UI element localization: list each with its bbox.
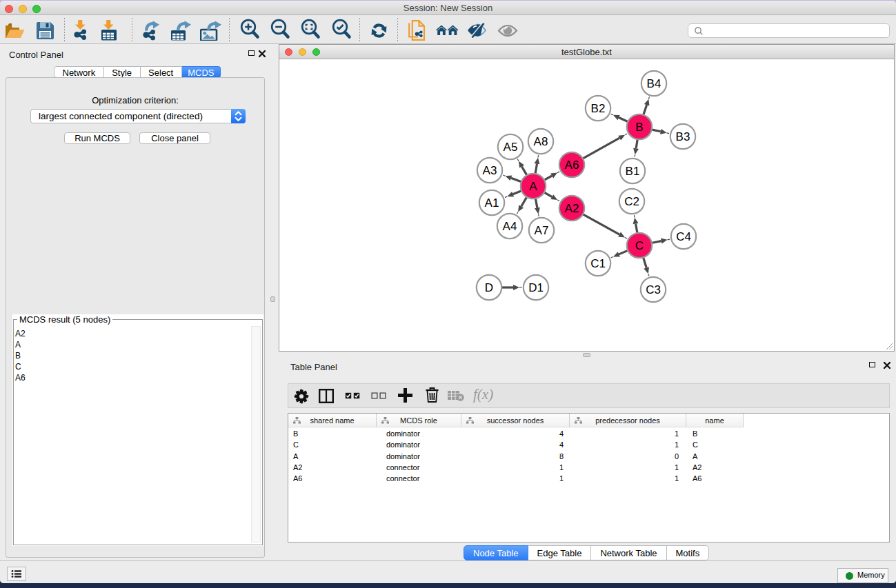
svg-text:B1: B1 bbox=[626, 165, 640, 178]
svg-text:A3: A3 bbox=[483, 164, 497, 177]
svg-text:B3: B3 bbox=[676, 130, 690, 143]
svg-text:D: D bbox=[485, 281, 493, 294]
svg-text:A7: A7 bbox=[535, 224, 549, 237]
svg-text:C4: C4 bbox=[676, 230, 691, 243]
svg-text:C2: C2 bbox=[624, 195, 639, 208]
svg-text:C: C bbox=[635, 239, 644, 252]
svg-text:D1: D1 bbox=[528, 281, 544, 294]
svg-text:A5: A5 bbox=[504, 141, 518, 154]
svg-text:A8: A8 bbox=[534, 135, 548, 148]
svg-text:B: B bbox=[635, 121, 643, 134]
svg-text:B4: B4 bbox=[647, 77, 661, 90]
svg-text:A: A bbox=[529, 180, 537, 193]
svg-text:A2: A2 bbox=[565, 202, 579, 215]
svg-text:A6: A6 bbox=[565, 159, 579, 172]
svg-text:B2: B2 bbox=[591, 102, 606, 115]
svg-text:C3: C3 bbox=[646, 283, 661, 296]
svg-text:A1: A1 bbox=[485, 196, 499, 210]
svg-text:C1: C1 bbox=[590, 257, 606, 270]
svg-text:A4: A4 bbox=[503, 220, 517, 233]
